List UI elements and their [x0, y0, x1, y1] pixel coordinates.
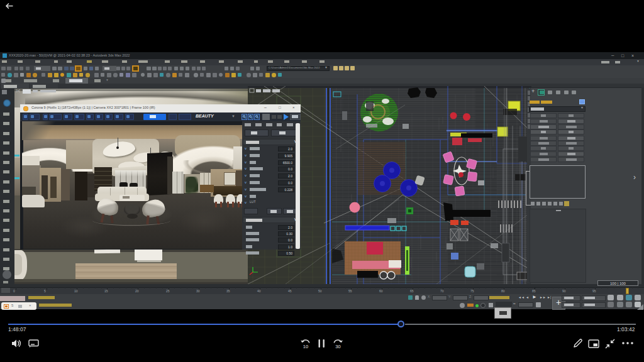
svg-text:30: 30: [335, 344, 340, 349]
svg-text:10: 10: [303, 344, 308, 349]
